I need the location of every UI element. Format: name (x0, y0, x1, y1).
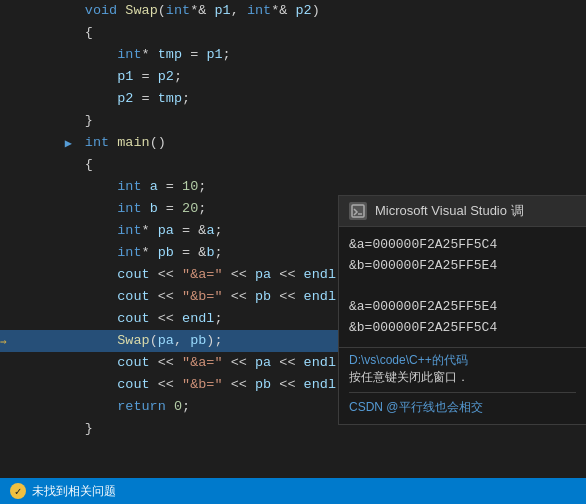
output-line-3 (349, 277, 576, 298)
output-line-4: &a=000000F2A25FF5E4 (349, 297, 576, 318)
console-brand: CSDN @平行线也会相交 (349, 399, 576, 416)
console-footer-path: D:\vs\code\C++的代码 (349, 352, 576, 369)
status-check-icon: ✓ (10, 483, 26, 499)
gutter-7: ▶ (0, 121, 8, 166)
output-line-2: &b=000000F2A25FF5E4 (349, 256, 576, 277)
editor-area: void Swap(int*& p1, int*& p2) { int* tmp… (0, 0, 586, 504)
console-title: Microsoft Visual Studio 调 (375, 202, 524, 220)
svg-rect-0 (352, 205, 364, 217)
console-footer: D:\vs\code\C++的代码 按任意键关闭此窗口． CSDN @平行线也会… (339, 347, 586, 424)
gutter-16: ⇒ (0, 335, 8, 348)
output-line-1: &a=000000F2A25FF5C4 (349, 235, 576, 256)
output-line-5: &b=000000F2A25FF5C4 (349, 318, 576, 339)
console-header: Microsoft Visual Studio 调 (339, 196, 586, 227)
console-brand-divider: CSDN @平行线也会相交 (349, 392, 576, 416)
console-popup: Microsoft Visual Studio 调 &a=000000F2A25… (338, 195, 586, 425)
console-icon (349, 202, 367, 220)
console-footer-hint: 按任意键关闭此窗口． (349, 369, 576, 386)
status-text: 未找到相关问题 (32, 483, 116, 500)
console-body: &a=000000F2A25FF5C4 &b=000000F2A25FF5E4 … (339, 227, 586, 347)
status-bar: ✓ 未找到相关问题 (0, 478, 586, 504)
